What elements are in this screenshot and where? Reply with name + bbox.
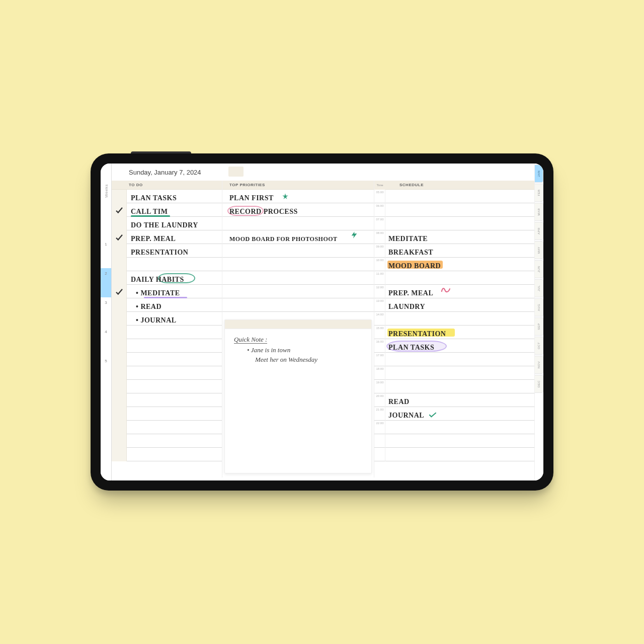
priority-item[interactable]: RECORD PROCESS [229,205,298,218]
todo-column: TO DO PLAN TASKS CALL TIM DO THE LAUNDRY [112,181,222,477]
month-tab-jan[interactable]: JAN [535,165,543,183]
time-label: 12:00 [374,286,385,289]
schedule-item[interactable]: PLAN TASKS [388,341,434,354]
month-tab-apr[interactable]: APR [535,222,543,240]
time-label: 07:00 [374,218,385,221]
time-header: Time [374,181,385,190]
time-label: 15:00 [374,327,385,330]
todo-item[interactable]: PREP. MEAL [131,232,176,246]
date-heading: Sunday, January 7, 2024 [112,164,534,181]
bolt-icon [350,231,358,241]
todo-item[interactable]: PLAN TASKS [131,191,177,205]
time-label: 11:00 [374,272,385,275]
schedule-item[interactable]: PRESENTATION [388,327,446,341]
schedule-item[interactable]: READ [388,395,410,409]
schedule-item[interactable]: JOURNAL [388,409,424,422]
month-tab-feb[interactable]: FEB [535,184,543,202]
week-num-5[interactable]: 5 [101,359,111,363]
squiggle-icon [441,286,451,293]
underline-purple [144,297,187,298]
month-tab-mar[interactable]: MAR [535,203,543,221]
note-line: • Jane is in town [234,347,362,353]
priority-item[interactable]: PLAN FIRST [229,191,274,205]
time-label: 08:00 [374,231,385,234]
note-header-strip [225,320,371,329]
time-label: 22:00 [374,422,385,425]
todo-header: TO DO [112,181,222,190]
habit-item[interactable]: • READ [136,300,162,313]
time-label: 17:00 [374,354,385,357]
time-label: 16:00 [374,340,385,343]
week-num-1[interactable]: 1 [101,242,111,247]
week-num-2[interactable]: 2 [101,271,111,276]
month-tab-dec[interactable]: DEC [535,375,543,393]
time-label: 14:00 [374,313,385,316]
time-label: 13:00 [374,299,385,302]
time-label: 05:00 [374,191,385,194]
schedule-item[interactable]: MEDITATE [388,232,428,246]
month-tab-oct[interactable]: OCT [535,337,543,355]
priorities-column: TOP PRIORITIES PLAN FIRST RECORD PROCESS… [222,181,374,477]
planner: Sunday, January 7, 2024 TO DO PLAN TASKS… [112,164,534,480]
schedule-item[interactable]: LAUNDRY [388,300,425,313]
time-label: 09:00 [374,245,385,248]
months-tabs: JAN FEB MAR APR MAY JUN JUL AUG SEP OCT … [534,164,543,480]
underline-green [131,215,170,217]
week-num-4[interactable]: 4 [101,330,111,334]
month-tab-may[interactable]: MAY [535,241,543,259]
schedule-lines[interactable]: 05:00 06:00 07:00 08:00 09:00 10:00 11:0… [374,190,534,461]
month-tab-nov[interactable]: NOV [535,356,543,374]
weeks-sidebar: Weeks 1 2 3 4 5 [101,164,112,480]
schedule-item[interactable]: MOOD BOARD [388,259,441,273]
date-text: Sunday, January 7, 2024 [129,169,201,176]
schedule-item[interactable]: BREAKFAST [388,246,433,259]
note-title: Quick Note : [234,336,362,344]
check-icon[interactable] [115,233,124,242]
month-tab-sep[interactable]: SEP [535,317,543,336]
priority-item[interactable]: MOOD BOARD FOR PHOTOSHOOT [229,232,338,246]
time-label: 06:00 [374,204,385,207]
schedule-item[interactable]: PREP. MEAL [388,286,433,300]
tick-icon [429,411,437,417]
tablet-frame: Weeks 1 2 3 4 5 Sunday, January 7, 2024 … [91,153,553,491]
time-label: 20:00 [374,394,385,397]
schedule-column: Time SCHEDULE 05:00 06:00 07:00 08:00 09… [374,181,534,477]
todo-checkbox-gutter [112,190,127,461]
todo-lines[interactable]: PLAN TASKS CALL TIM DO THE LAUNDRY PREP.… [112,190,222,461]
time-label: 18:00 [374,367,385,370]
time-label: 10:00 [374,259,385,262]
month-tab-jun[interactable]: JUN [535,260,543,278]
note-line: Meet her on Wednesday [234,356,362,363]
month-tab-jul[interactable]: JUL [535,279,543,297]
columns: TO DO PLAN TASKS CALL TIM DO THE LAUNDRY [112,181,534,480]
star-icon [282,193,289,200]
habit-item[interactable]: • JOURNAL [136,313,177,327]
time-label: 21:00 [374,408,385,411]
time-label: 19:00 [374,381,385,384]
todo-item[interactable]: PRESENTATION [131,246,188,259]
time-gutter: 05:00 06:00 07:00 08:00 09:00 10:00 11:0… [374,190,385,461]
schedule-header: SCHEDULE [385,181,534,190]
month-tab-aug[interactable]: AUG [535,298,543,316]
todo-item[interactable]: DO THE LAUNDRY [131,218,198,232]
priorities-header: TOP PRIORITIES [222,181,374,190]
priorities-lines[interactable]: PLAN FIRST RECORD PROCESS MOOD BOARD FOR… [222,190,374,320]
weeks-label: Weeks [104,184,108,198]
week-num-3[interactable]: 3 [101,300,111,305]
screen: Weeks 1 2 3 4 5 Sunday, January 7, 2024 … [101,164,543,480]
check-icon[interactable] [115,206,124,215]
quick-note-panel[interactable]: Quick Note : • Jane is in town Meet her … [224,319,372,473]
check-icon[interactable] [115,287,124,296]
